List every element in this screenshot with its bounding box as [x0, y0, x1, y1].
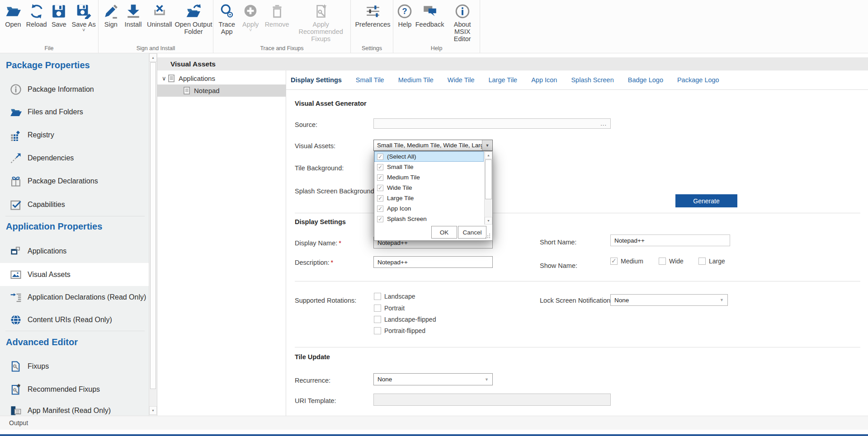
popup-item-select-all[interactable]: (Select All)	[374, 151, 484, 162]
apply-button: Apply	[238, 0, 262, 33]
checkbox-icon[interactable]	[698, 258, 706, 265]
document-icon	[168, 75, 175, 82]
chevron-down-icon[interactable]	[162, 76, 168, 81]
trace-app-button[interactable]: Trace App	[215, 0, 238, 35]
recurrence-dropdown[interactable]: None	[373, 373, 493, 385]
sidebar-item-content-uris[interactable]: Content URIs (Read Only)	[0, 309, 149, 331]
save-as-button[interactable]: Save As	[69, 0, 98, 33]
show-name-medium-checkbox[interactable]: Medium	[610, 258, 643, 265]
sidebar-item-application-declarations[interactable]: Application Declarations (Read Only)	[0, 286, 149, 309]
scrollbar-thumb[interactable]	[485, 159, 492, 199]
scrollbar-thumb[interactable]	[150, 62, 156, 389]
ok-button[interactable]: OK	[431, 226, 457, 239]
lock-screen-notifications-label: Lock Screen Notifications:	[540, 297, 616, 304]
sidebar-item-app-manifest[interactable]: App Manifest (Read Only)	[0, 399, 149, 416]
preferences-button[interactable]: Preferences	[353, 0, 393, 28]
scroll-down-icon[interactable]	[485, 217, 492, 225]
open-output-folder-button[interactable]: Open Output Folder	[174, 0, 213, 35]
source-input[interactable]: ...	[373, 118, 611, 129]
tab-badge-logo[interactable]: Badge Logo	[628, 76, 663, 84]
sign-button-label: Sign	[104, 21, 118, 28]
description-input[interactable]: Notepad++	[373, 256, 493, 268]
cancel-button[interactable]: Cancel	[458, 226, 486, 239]
checkbox-checked-icon[interactable]	[610, 258, 618, 265]
tab-wide-tile[interactable]: Wide Tile	[448, 76, 475, 84]
sidebar-item-dependencies[interactable]: Dependencies	[0, 147, 149, 169]
checkbox-check-icon	[10, 199, 22, 211]
tree-node-applications[interactable]: Applications	[157, 72, 286, 84]
generate-button[interactable]: Generate	[675, 194, 737, 207]
sidebar-item-registry[interactable]: Registry	[0, 124, 149, 146]
sidebar-item-capabilities[interactable]: Capabilities	[0, 193, 149, 216]
registry-grid-icon	[10, 129, 22, 141]
tab-package-logo[interactable]: Package Logo	[677, 76, 719, 84]
scroll-up-icon[interactable]	[485, 151, 492, 159]
dropdown-chevron-icon[interactable]	[82, 28, 85, 33]
sidebar-item-package-information[interactable]: Package Information	[0, 78, 149, 101]
feedback-button[interactable]: Feedback	[415, 0, 445, 28]
tab-large-tile[interactable]: Large Tile	[488, 76, 517, 84]
popup-item-wide-tile[interactable]: Wide Tile	[374, 183, 484, 193]
tab-splash-screen[interactable]: Splash Screen	[571, 76, 613, 84]
feedback-bubble-icon	[422, 4, 438, 19]
checkbox-checked-icon[interactable]	[377, 195, 383, 202]
rotation-landscape-flipped-checkbox[interactable]: Landscape-flipped	[374, 316, 436, 323]
browse-button[interactable]: ...	[600, 120, 607, 127]
dropdown-arrow-icon	[720, 298, 724, 302]
popup-item-medium-tile[interactable]: Medium Tile	[374, 172, 484, 183]
checkbox-checked-icon[interactable]	[377, 216, 383, 222]
checkbox-checked-icon[interactable]	[377, 154, 383, 160]
rotation-portrait-flipped-checkbox[interactable]: Portrait-flipped	[374, 327, 425, 334]
sign-button[interactable]: Sign	[100, 0, 122, 28]
scroll-up-icon[interactable]	[149, 53, 157, 62]
short-name-input[interactable]: Notepad++	[610, 234, 730, 246]
install-button[interactable]: Install	[122, 0, 145, 28]
visual-assets-combobox[interactable]: Small Tile, Medium Tile, Wide Tile, Larg…	[373, 140, 493, 151]
reload-button[interactable]: Reload	[24, 0, 49, 28]
tab-app-icon[interactable]: App Icon	[531, 76, 557, 84]
sign-pencil-icon	[103, 4, 118, 19]
uninstall-button[interactable]: Uninstall	[145, 0, 174, 28]
checkbox-checked-icon[interactable]	[377, 164, 383, 170]
sidebar-item-visual-assets[interactable]: Visual Assets	[0, 263, 149, 286]
recommended-fixups-icon	[313, 4, 329, 19]
checkbox-icon[interactable]	[659, 258, 666, 265]
tree-node-notepad[interactable]: Notepad	[157, 84, 286, 97]
sidebar-scrollbar[interactable]	[149, 53, 157, 416]
checkbox-checked-icon[interactable]	[377, 174, 383, 181]
tab-medium-tile[interactable]: Medium Tile	[398, 76, 434, 84]
checkbox-icon[interactable]	[374, 316, 381, 323]
sidebar-item-recommended-fixups[interactable]: Recommended Fixups	[0, 378, 149, 401]
checkbox-icon[interactable]	[374, 327, 381, 334]
checkbox-checked-icon[interactable]	[377, 206, 383, 212]
show-name-wide-checkbox[interactable]: Wide	[659, 258, 684, 265]
sidebar-item-package-declarations[interactable]: Package Declarations	[0, 170, 149, 192]
show-name-large-checkbox[interactable]: Large	[698, 258, 725, 265]
checkbox-icon[interactable]	[374, 293, 381, 300]
visual-assets-label: Visual Assets:	[295, 142, 335, 150]
sidebar-item-fixups[interactable]: Fixups	[0, 355, 149, 378]
lock-screen-notifications-dropdown[interactable]: None	[610, 294, 728, 306]
save-button[interactable]: Save	[49, 0, 70, 28]
tab-display-settings[interactable]: Display Settings	[291, 76, 342, 84]
combo-dropdown-icon[interactable]	[482, 140, 492, 150]
section-divider	[295, 281, 860, 281]
scroll-down-icon[interactable]	[149, 406, 157, 415]
rotation-landscape-checkbox[interactable]: Landscape	[374, 293, 415, 300]
tab-small-tile[interactable]: Small Tile	[356, 76, 384, 84]
open-button[interactable]: Open	[2, 0, 24, 28]
help-button[interactable]: ? Help	[395, 0, 415, 28]
popup-item-large-tile[interactable]: Large Tile	[374, 193, 484, 203]
checkbox-icon[interactable]	[374, 305, 381, 312]
rotation-portrait-checkbox[interactable]: Portrait	[374, 305, 405, 312]
sidebar-item-applications[interactable]: Applications	[0, 240, 149, 263]
popup-item-small-tile[interactable]: Small Tile	[374, 162, 484, 172]
popup-item-app-icon[interactable]: App Icon	[374, 203, 484, 214]
resize-grip-icon[interactable]	[485, 233, 490, 238]
output-bar[interactable]: Output	[0, 416, 868, 430]
about-msix-editor-button[interactable]: About MSIX Editor	[445, 0, 480, 43]
popup-item-splash-screen[interactable]: Splash Screen	[374, 214, 484, 224]
sidebar-item-files-and-folders[interactable]: Files and Folders	[0, 101, 149, 123]
popup-scrollbar[interactable]	[484, 151, 492, 225]
checkbox-checked-icon[interactable]	[377, 185, 383, 191]
